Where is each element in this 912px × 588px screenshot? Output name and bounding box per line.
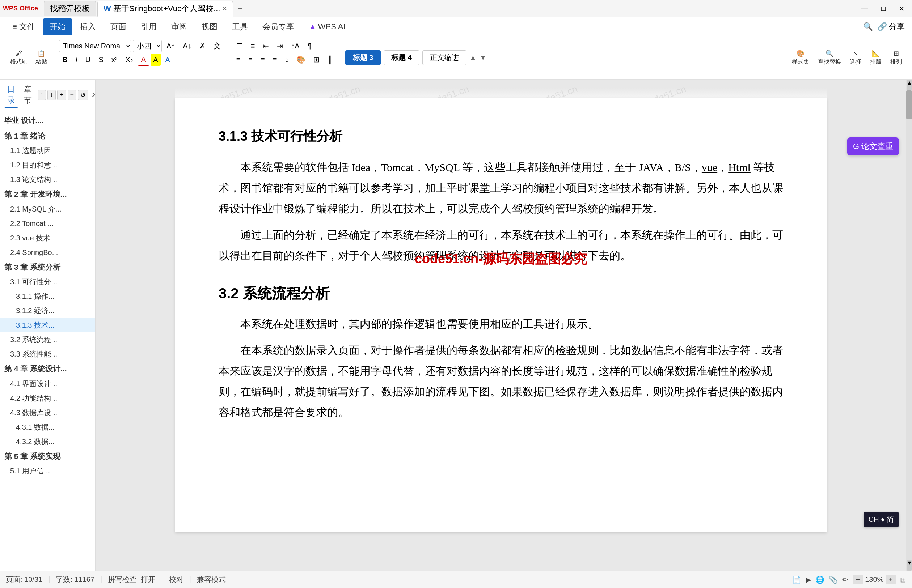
toc-item-2-2[interactable]: 2.2 Tomcat ... bbox=[0, 216, 95, 231]
restore-button[interactable]: □ bbox=[877, 3, 890, 14]
body-indent-style-button[interactable]: 正文缩进 bbox=[422, 50, 467, 65]
underline-button[interactable]: U bbox=[82, 53, 94, 66]
toc-item-3-3[interactable]: 3.3 系统性能... bbox=[0, 347, 95, 361]
text-effect-button[interactable]: A bbox=[162, 53, 173, 66]
menu-wpsai[interactable]: ▲ WPS AI bbox=[302, 19, 352, 34]
toc-item-ch3[interactable]: 第 3 章 系统分析 bbox=[0, 260, 95, 275]
style-scroll-down-icon[interactable]: ▼ bbox=[479, 53, 487, 62]
font-family-select[interactable]: Times New Roma bbox=[59, 40, 131, 52]
menu-tools[interactable]: 工具 bbox=[225, 18, 254, 35]
toc-item-2-3[interactable]: 2.3 vue 技术 bbox=[0, 231, 95, 245]
toc-item-3-1-1[interactable]: 3.1.1 操作... bbox=[0, 289, 95, 304]
spell-check-status[interactable]: 拼写检查: 打开 bbox=[108, 575, 155, 585]
toc-item-4-3[interactable]: 4.3 数据库设... bbox=[0, 405, 95, 420]
indent-decrease-button[interactable]: ⇤ bbox=[259, 40, 272, 52]
phonetic-button[interactable]: 文 bbox=[210, 40, 224, 52]
italic-button[interactable]: I bbox=[72, 53, 81, 66]
heading3-style-button[interactable]: 标题 3 bbox=[345, 50, 381, 65]
toc-item-4-3-1[interactable]: 4.3.1 数据... bbox=[0, 420, 95, 434]
sidebar-close-button[interactable]: ✕ bbox=[91, 90, 96, 100]
scroll-down-button[interactable]: ▼ bbox=[907, 560, 912, 571]
tab-templates[interactable]: 找稻壳模板 bbox=[44, 1, 96, 16]
toc-item-1-3[interactable]: 1.3 论文结构... bbox=[0, 172, 95, 187]
toc-item-4-1[interactable]: 4.1 界面设计... bbox=[0, 376, 95, 391]
toc-item-4-2[interactable]: 4.2 功能结构... bbox=[0, 391, 95, 405]
numbered-list-button[interactable]: ≡ bbox=[248, 40, 258, 52]
font-color-button[interactable]: A bbox=[138, 53, 149, 66]
view-icon-2[interactable]: ▶ bbox=[806, 575, 811, 584]
find-replace-button[interactable]: 🔍 查找替换 bbox=[815, 48, 844, 67]
highlight-button[interactable]: A bbox=[151, 53, 160, 66]
arrange-button[interactable]: ⊞ 排列 bbox=[888, 48, 905, 67]
select-button[interactable]: ↖ 选择 bbox=[847, 48, 864, 67]
menu-insert[interactable]: 插入 bbox=[73, 18, 102, 35]
thesis-check-button[interactable]: G 论文查重 bbox=[847, 137, 899, 155]
sidebar-down-button[interactable]: ↓ bbox=[47, 90, 56, 100]
tab-add-button[interactable]: + bbox=[235, 3, 245, 15]
style-scroll-up-icon[interactable]: ▲ bbox=[470, 53, 476, 62]
format-painter-button[interactable]: 🖌 格式刷 bbox=[7, 48, 31, 67]
align-left-button[interactable]: ≡ bbox=[233, 53, 244, 66]
menu-page[interactable]: 页面 bbox=[104, 18, 133, 35]
sidebar-refresh-button[interactable]: ↺ bbox=[78, 90, 88, 100]
minimize-button[interactable]: — bbox=[857, 3, 873, 14]
columns-button[interactable]: ║ bbox=[324, 53, 336, 66]
styles-gallery-button[interactable]: 🎨 样式集 bbox=[789, 48, 812, 67]
toc-item-5-1[interactable]: 5.1 用户信... bbox=[0, 464, 95, 478]
ch-switch-button[interactable]: CH ♦ 简 bbox=[863, 512, 899, 527]
show-marks-button[interactable]: ¶ bbox=[305, 40, 315, 52]
toc-item-ch4[interactable]: 第 4 章 系统设计... bbox=[0, 361, 95, 376]
bullet-list-button[interactable]: ☰ bbox=[233, 40, 246, 52]
scroll-up-button[interactable]: ▲ bbox=[907, 79, 912, 90]
tab-document[interactable]: W 基于Sringboot+Vue个人驾校... ✕ bbox=[97, 1, 233, 17]
share-button[interactable]: 🔗 分享 bbox=[876, 20, 907, 34]
heading4-style-button[interactable]: 标题 4 bbox=[384, 50, 420, 65]
subscript-button[interactable]: X₂ bbox=[122, 53, 136, 66]
toc-item-3-1[interactable]: 3.1 可行性分... bbox=[0, 275, 95, 289]
sidebar-tab-chapter[interactable]: 章节 bbox=[21, 83, 35, 107]
vertical-scrollbar[interactable]: ▲ ▼ bbox=[906, 79, 912, 571]
increase-font-button[interactable]: A↑ bbox=[163, 40, 178, 52]
shading-button[interactable]: 🎨 bbox=[293, 53, 309, 66]
close-button[interactable]: ✕ bbox=[894, 3, 909, 15]
toc-item-ch1[interactable]: 第 1 章 绪论 bbox=[0, 128, 95, 143]
toc-item-1-2[interactable]: 1.2 目的和意... bbox=[0, 158, 95, 172]
toc-item-3-2[interactable]: 3.2 系统流程... bbox=[0, 332, 95, 347]
border-button[interactable]: ⊞ bbox=[310, 53, 323, 66]
paste-button[interactable]: 📋 粘贴 bbox=[32, 48, 50, 67]
menu-home[interactable]: 开始 bbox=[43, 18, 72, 35]
view-icon-1[interactable]: 📄 bbox=[792, 575, 801, 584]
menu-review[interactable]: 审阅 bbox=[165, 18, 194, 35]
indent-increase-button[interactable]: ⇥ bbox=[274, 40, 286, 52]
doc-area[interactable]: code51.cn code51.cn code51.cn code51.cn … bbox=[96, 79, 906, 571]
toc-item-2-1[interactable]: 2.1 MySQL 介... bbox=[0, 202, 95, 216]
view-icon-3[interactable]: 🌐 bbox=[815, 575, 825, 584]
font-size-select[interactable]: 小四 bbox=[133, 40, 162, 52]
toc-item-3-1-2[interactable]: 3.1.2 经济... bbox=[0, 304, 95, 318]
toc-item-2-4[interactable]: 2.4 SpringBo... bbox=[0, 245, 95, 260]
toc-item-1-1[interactable]: 1.1 选题动因 bbox=[0, 143, 95, 158]
sidebar-add-button[interactable]: + bbox=[57, 90, 66, 100]
layout-button[interactable]: 📐 排版 bbox=[867, 48, 884, 67]
menu-view[interactable]: 视图 bbox=[195, 18, 224, 35]
proofread-status[interactable]: 校对 bbox=[169, 575, 183, 585]
zoom-out-button[interactable]: − bbox=[853, 575, 863, 585]
toc-item-ch5[interactable]: 第 5 章 系统实现 bbox=[0, 449, 95, 464]
tab-close-icon[interactable]: ✕ bbox=[222, 5, 227, 12]
line-spacing-button[interactable]: ↕ bbox=[282, 53, 292, 66]
strikethrough-button[interactable]: S bbox=[95, 53, 106, 66]
toc-item-4-3-2[interactable]: 4.3.2 数据... bbox=[0, 434, 95, 449]
fit-button[interactable]: ⊞ bbox=[900, 575, 906, 584]
menu-file[interactable]: ≡ 文件 bbox=[6, 18, 42, 35]
sidebar-tab-toc[interactable]: 目录 bbox=[4, 82, 18, 108]
scrollbar-thumb[interactable] bbox=[906, 90, 912, 120]
decrease-font-button[interactable]: A↓ bbox=[180, 40, 194, 52]
menu-vip[interactable]: 会员专享 bbox=[256, 18, 301, 35]
align-right-button[interactable]: ≡ bbox=[257, 53, 268, 66]
toc-item-3-1-3[interactable]: 3.1.3 技术... bbox=[0, 318, 95, 332]
toc-item-ch2[interactable]: 第 2 章 开发环境... bbox=[0, 187, 95, 202]
align-justify-button[interactable]: ≡ bbox=[270, 53, 280, 66]
search-icon[interactable]: 🔍 bbox=[862, 21, 874, 33]
sidebar-up-button[interactable]: ↑ bbox=[38, 90, 46, 100]
view-icon-5[interactable]: ✏ bbox=[842, 575, 848, 584]
